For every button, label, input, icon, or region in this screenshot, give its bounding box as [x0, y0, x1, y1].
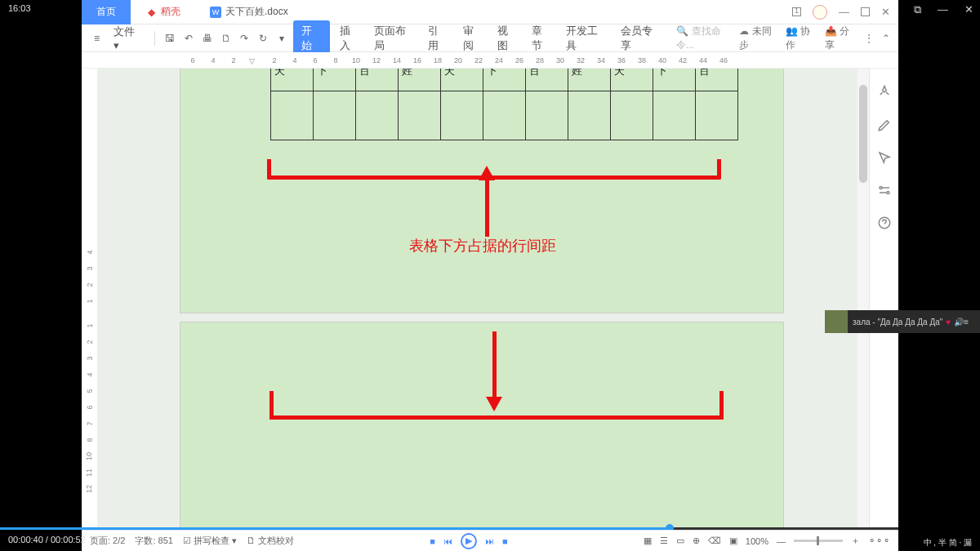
page-indicator[interactable]: 页面: 2/2: [90, 535, 125, 547]
table-row: [271, 91, 738, 140]
cursor-icon[interactable]: [877, 150, 892, 165]
outline-icon[interactable]: ☰: [660, 535, 668, 546]
collaborate-button[interactable]: 👥 协作: [786, 24, 817, 52]
svg-point-1: [887, 192, 889, 194]
heart-icon[interactable]: ♥: [946, 318, 951, 327]
system-clock: 16:03: [8, 3, 31, 13]
zoom-out-icon[interactable]: —: [777, 536, 786, 546]
wps-window: 首页 ◆稻壳 W天下百姓.docx 1 — ✕ ≡ 文件 ▾ 🖫 ↶ 🖶 🗋 ↷…: [82, 0, 898, 551]
menu-layout[interactable]: 页面布局: [369, 20, 418, 56]
menu-review[interactable]: 审阅: [458, 20, 488, 56]
help-icon[interactable]: [877, 216, 892, 230]
next-icon[interactable]: ■: [502, 536, 508, 546]
album-art: [825, 310, 848, 333]
file-menu[interactable]: 文件 ▾: [109, 21, 146, 55]
ime-indicator[interactable]: 中 , 半 简 · 漏: [924, 538, 972, 548]
badge-icon[interactable]: 1: [792, 7, 801, 16]
toolbar: ≡ 文件 ▾ 🖫 ↶ 🖶 🗋 ↷ ↻ ▾ 开始 插入 页面布局 引用 审阅 视图…: [82, 24, 898, 52]
undo-icon[interactable]: ↶: [182, 31, 196, 46]
zoom-level[interactable]: 100%: [746, 536, 768, 546]
menu-vip[interactable]: 会员专享: [616, 20, 665, 56]
arrow-icon: [485, 171, 489, 237]
app-close-icon[interactable]: ✕: [881, 6, 890, 18]
doke-icon: ◆: [145, 7, 157, 18]
menu-references[interactable]: 引用: [423, 20, 452, 56]
redo-icon[interactable]: ↷: [238, 31, 252, 46]
page-1: 天下百姓天下百姓天下百 表格下方占据的行间距: [180, 69, 784, 313]
app-maximize-icon[interactable]: [861, 7, 870, 16]
more-icon[interactable]: ⋮: [864, 33, 874, 44]
scrollbar-thumb[interactable]: [859, 85, 867, 183]
skip-fwd-icon[interactable]: ⏭: [485, 536, 494, 546]
now-playing-toast[interactable]: зала - "Да Да Да Да Да" ♥ 🔊 ≡: [825, 310, 980, 333]
table-row: 天下百姓天下百姓天下百: [271, 69, 738, 91]
pencil-icon[interactable]: [877, 118, 892, 132]
system-window-controls[interactable]: ⧉ — ✕: [914, 3, 973, 16]
collapse-icon[interactable]: ⌃: [882, 33, 890, 44]
dropdown-icon[interactable]: ▾: [275, 31, 289, 46]
preview-icon[interactable]: 🗋: [219, 31, 233, 46]
menu-insert[interactable]: 插入: [335, 20, 364, 56]
more-options-icon[interactable]: ⚬⚬⚬: [868, 535, 890, 546]
prev-icon[interactable]: ■: [430, 536, 435, 546]
vertical-scrollbar[interactable]: [858, 69, 869, 530]
command-search[interactable]: 🔍 查找命令...: [676, 24, 734, 52]
zoom-in-icon[interactable]: ＋: [851, 535, 860, 547]
menu-start[interactable]: 开始: [293, 20, 329, 56]
playback-controls: ■ ⏮ ▶ ⏭ ■: [430, 533, 507, 549]
word-count[interactable]: 字数: 851: [135, 535, 172, 547]
fullpage-icon[interactable]: ⌫: [708, 535, 721, 546]
view-mode-icon[interactable]: ▦: [644, 535, 652, 546]
skip-back-icon[interactable]: ⏮: [443, 536, 452, 546]
redo2-icon[interactable]: ↻: [256, 31, 270, 46]
fit-icon[interactable]: ▣: [729, 535, 737, 546]
word-icon: W: [210, 7, 221, 18]
close-icon[interactable]: ✕: [964, 3, 973, 16]
web-icon[interactable]: ⊕: [693, 535, 700, 546]
page-2: [180, 322, 784, 551]
settings-icon[interactable]: [877, 183, 892, 198]
horizontal-ruler[interactable]: 642 ▽ 2468101214161820222426283032343638…: [82, 52, 898, 69]
reading-icon[interactable]: ▭: [676, 535, 684, 546]
titlebar: 首页 ◆稻壳 W天下百姓.docx 1 — ✕: [82, 0, 898, 24]
spellcheck-toggle[interactable]: ☑ 拼写检查 ▾: [183, 535, 237, 547]
minimize-icon[interactable]: —: [938, 3, 948, 16]
avatar-icon[interactable]: [813, 5, 827, 20]
tab-document[interactable]: W天下百姓.docx: [195, 0, 303, 24]
arrowhead-icon: [479, 166, 495, 180]
status-bar: 页面: 2/2 字数: 851 ☑ 拼写检查 ▾ 🗋 文档校对 ■ ⏮ ▶ ⏭ …: [82, 530, 898, 551]
svg-point-0: [880, 187, 882, 189]
zoom-slider[interactable]: [794, 540, 843, 542]
playlist-icon[interactable]: ≡: [964, 318, 969, 327]
restore-icon[interactable]: ⧉: [914, 3, 921, 16]
document-canvas[interactable]: 天下百姓天下百姓天下百 表格下方占据的行间距 以他们结尾的文档会有一部分间距: [98, 69, 869, 551]
menu-section[interactable]: 章节: [527, 20, 556, 56]
content-table[interactable]: 天下百姓天下百姓天下百: [270, 69, 738, 140]
bracket-annotation: [270, 391, 724, 420]
save-icon[interactable]: 🖫: [163, 31, 177, 46]
share-button[interactable]: 📤 分享: [825, 24, 856, 52]
sync-status[interactable]: ☁ 未同步: [739, 24, 777, 52]
play-icon[interactable]: ▶: [461, 533, 477, 549]
annotation-text: 表格下方占据的行间距: [409, 236, 556, 256]
print-icon[interactable]: 🖶: [200, 31, 214, 46]
menu-view[interactable]: 视图: [492, 20, 522, 56]
volume-icon[interactable]: 🔊: [954, 318, 964, 327]
menu-icon[interactable]: ≡: [90, 31, 104, 46]
vertical-ruler[interactable]: 432112345678101112: [82, 69, 98, 551]
rocket-icon[interactable]: [877, 85, 892, 100]
track-title: зала - "Да Да Да Да Да": [853, 318, 942, 327]
menu-devtools[interactable]: 开发工具: [561, 20, 610, 56]
video-timestamp: 00:00:40 / 00:00:52: [8, 535, 86, 544]
app-minimize-icon[interactable]: —: [839, 6, 849, 18]
proofread-button[interactable]: 🗋 文档校对: [247, 535, 294, 547]
